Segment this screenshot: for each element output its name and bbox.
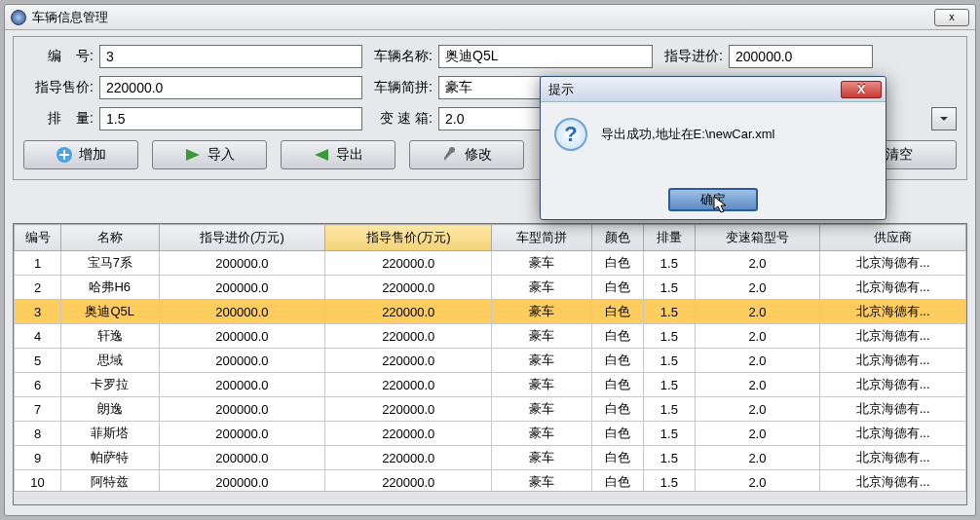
modify-button[interactable]: 修改 <box>409 140 524 169</box>
window-close-button[interactable]: ｘ <box>934 9 969 26</box>
plus-icon <box>56 146 73 164</box>
label-abbrev: 车辆简拼: <box>368 79 433 96</box>
table-row[interactable]: 1宝马7系200000.0220000.0豪车白色1.52.0北京海德有... <box>15 251 966 276</box>
label-gearbox: 变 速 箱: <box>368 110 433 128</box>
table-row[interactable]: 9帕萨特200000.0220000.0豪车白色1.52.0北京海德有... <box>15 446 966 470</box>
arrow-left-icon <box>313 146 330 164</box>
wrench-icon <box>441 146 459 164</box>
displacement-input[interactable] <box>99 107 362 130</box>
add-button[interactable]: 增加 <box>23 140 138 169</box>
column-header[interactable]: 指导售价(万元) <box>325 225 492 251</box>
vehicle-table[interactable]: 编号名称指导进价(万元)指导售价(万元)车型简拼颜色排量变速箱型号供应商 1宝马… <box>13 223 967 505</box>
title-bar[interactable]: 车辆信息管理 ｘ <box>5 5 975 30</box>
message-dialog: 提示 X ? 导出成功,地址在E:\newCar.xml 确定 <box>540 76 886 220</box>
arrow-right-icon <box>184 146 202 164</box>
column-header[interactable]: 名称 <box>61 225 160 251</box>
app-icon <box>11 10 26 25</box>
dialog-ok-button[interactable]: 确定 <box>668 188 758 211</box>
column-header[interactable]: 车型简拼 <box>492 225 592 251</box>
import-button[interactable]: 导入 <box>152 140 267 169</box>
export-button[interactable]: 导出 <box>281 140 396 169</box>
label-displacement: 排 量: <box>23 110 94 128</box>
name-input[interactable] <box>438 45 653 68</box>
chevron-down-icon <box>939 114 949 124</box>
label-buy-price: 指导进价: <box>659 48 723 65</box>
column-header[interactable]: 排量 <box>644 225 696 251</box>
column-header[interactable]: 变速箱型号 <box>695 225 820 251</box>
horizontal-scrollbar[interactable] <box>14 491 966 504</box>
label-id: 编 号: <box>23 48 94 65</box>
dialog-title-bar[interactable]: 提示 X <box>541 77 886 102</box>
table-row[interactable]: 2哈弗H6200000.0220000.0豪车白色1.52.0北京海德有... <box>15 276 966 300</box>
table-row[interactable]: 5思域200000.0220000.0豪车白色1.52.0北京海德有... <box>15 349 966 373</box>
label-name: 车辆名称: <box>368 48 433 65</box>
dialog-title: 提示 <box>548 81 574 98</box>
table-row[interactable]: 3奥迪Q5L200000.0220000.0豪车白色1.52.0北京海德有... <box>15 300 966 324</box>
sell-price-input[interactable] <box>99 76 362 99</box>
combo-dropdown-button[interactable] <box>931 107 957 130</box>
column-header[interactable]: 指导进价(万元) <box>159 225 325 251</box>
question-icon: ? <box>554 118 587 151</box>
dialog-message: 导出成功,地址在E:\newCar.xml <box>601 126 774 143</box>
table-row[interactable]: 8菲斯塔200000.0220000.0豪车白色1.52.0北京海德有... <box>15 422 966 446</box>
window-title: 车辆信息管理 <box>32 9 108 26</box>
id-input[interactable] <box>99 45 362 68</box>
label-sell-price: 指导售价: <box>23 79 94 96</box>
table-row[interactable]: 6卡罗拉200000.0220000.0豪车白色1.52.0北京海德有... <box>15 373 966 397</box>
table-row[interactable]: 4轩逸200000.0220000.0豪车白色1.52.0北京海德有... <box>15 324 966 349</box>
mouse-cursor-icon <box>713 196 729 213</box>
column-header[interactable]: 供应商 <box>820 225 966 251</box>
column-header[interactable]: 颜色 <box>592 225 644 251</box>
column-header[interactable]: 编号 <box>15 225 61 251</box>
table-row[interactable]: 7朗逸200000.0220000.0豪车白色1.52.0北京海德有... <box>15 397 966 422</box>
dialog-close-button[interactable]: X <box>841 81 882 98</box>
buy-price-input[interactable] <box>729 45 873 68</box>
